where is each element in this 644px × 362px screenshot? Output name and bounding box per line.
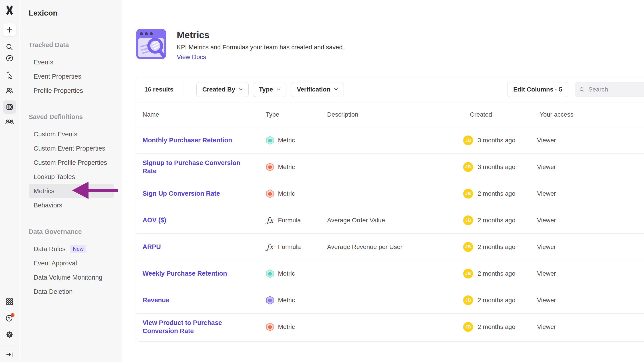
access-cell: Viewer [537,190,644,197]
metric-hexagon-red-icon [266,162,274,172]
sidebar-section: Tracked Data Events Event Properties Pro… [29,40,121,98]
sidebar-item-data-volume-monitoring[interactable]: Data Volume Monitoring [29,270,114,285]
created-cell: JB 2 months ago [463,295,537,305]
help-icon[interactable]: ? [3,311,16,325]
sidebar-section-label: Tracked Data [29,40,121,49]
table-row: Sign Up Conversion Rate Metric JB 2 mont… [136,180,644,207]
sidebar-item-event-approval[interactable]: Event Approval [29,256,114,270]
metric-name-link[interactable]: Monthly Purchaser Retention [142,137,232,144]
users-icon[interactable] [3,84,16,97]
type-label: Metric [278,164,295,171]
search-input[interactable] [588,86,644,93]
created-cell: JB 2 months ago [463,189,537,198]
results-count: 16 results [144,86,174,93]
metric-name-link[interactable]: Sign Up Conversion Rate [142,190,220,197]
metric-hexagon-red-icon [266,189,274,198]
formula-icon: ƒx [266,242,274,252]
formula-icon: ƒx [266,216,274,225]
creator-avatar: JB [463,295,473,305]
sidebar-item-behaviors[interactable]: Behaviors [29,198,114,212]
created-time: 2 months ago [478,297,516,304]
access-cell: Viewer [537,323,644,331]
filter-verification[interactable]: Verification [291,82,344,97]
sidebar-item-lookup-tables[interactable]: Lookup Tables [29,170,114,184]
settings-gear-icon[interactable] [3,328,16,341]
search-box[interactable] [574,82,644,97]
creator-avatar: JB [463,189,473,198]
table-row: AOV ($) ƒx Formula Average Order Value J… [136,207,644,234]
view-docs-link[interactable]: View Docs [177,53,206,61]
sidebar-item-custom-events[interactable]: Custom Events [29,127,114,141]
access-cell: Viewer [537,217,644,224]
metric-name-link[interactable]: Revenue [142,297,170,304]
app-title: Lexicon [20,0,121,17]
type-label: Metric [278,190,295,197]
cohorts-icon[interactable] [3,115,16,128]
toolbar-divider [184,83,184,96]
sidebar-item-custom-event-properties[interactable]: Custom Event Properties [29,141,114,156]
filter-type[interactable]: Type [253,82,286,97]
type-label: Metric [278,270,295,277]
sidebar: Lexicon Tracked Data Events Event Proper… [20,0,122,362]
type-label: Metric [278,323,295,331]
main-content: Metrics KPI Metrics and Formulas your te… [122,0,644,362]
metric-name-link[interactable]: View Product to Purchase Conversion Rate [142,319,222,335]
mixpanel-logo-icon[interactable] [3,3,16,17]
new-badge: New [70,245,86,253]
icon-rail: ? [0,0,19,362]
metric-hexagon-teal-icon [266,136,274,145]
sidebar-item-event-properties[interactable]: Event Properties [29,69,114,83]
metric-name-link[interactable]: ARPU [142,243,161,250]
created-cell: JB 2 months ago [463,242,537,252]
created-cell: JB 2 months ago [463,322,537,332]
created-cell: JB 3 months ago [463,136,537,145]
column-header-your-access: Your access [537,111,644,118]
created-time: 2 months ago [478,190,516,197]
lexicon-icon[interactable] [3,100,16,114]
collapse-sidebar-icon[interactable] [3,348,16,361]
sidebar-item-profile-properties[interactable]: Profile Properties [29,83,114,98]
notification-dot [11,313,14,317]
created-time: 3 months ago [478,164,516,171]
sidebar-item-events[interactable]: Events [29,55,114,69]
metric-name-link[interactable]: Weekly Purchase Retention [142,270,227,277]
activity-icon[interactable] [3,68,16,82]
access-cell: Viewer [537,297,644,304]
search-icon [579,86,585,93]
type-label: Metric [278,137,295,144]
type-label: Formula [278,217,301,224]
apps-grid-icon[interactable] [3,295,16,308]
discover-icon[interactable] [3,51,16,65]
type-label: Metric [278,297,295,304]
creator-avatar: JB [463,162,473,172]
creator-avatar: JB [463,136,473,145]
chevron-down-icon [277,88,280,91]
created-cell: JB 2 months ago [463,269,537,279]
sidebar-item-data-rules[interactable]: Data RulesNew [29,242,114,256]
metric-name-link[interactable]: Signup to Purchase Conversion Rate [142,159,240,175]
access-cell: Viewer [537,137,644,144]
creator-avatar: JB [463,215,473,225]
sidebar-item-custom-profile-properties[interactable]: Custom Profile Properties [29,156,114,170]
access-cell: Viewer [537,243,644,250]
create-button[interactable] [3,23,16,36]
table-row: Signup to Purchase Conversion Rate Metri… [136,154,644,180]
table-header-row: NameTypeDescriptionCreatedYour access [136,102,644,127]
chevron-down-icon [334,88,338,91]
created-time: 3 months ago [478,137,516,144]
sidebar-item-metrics[interactable]: Metrics [29,184,114,198]
sidebar-item-data-deletion[interactable]: Data Deletion [29,285,114,299]
table-body: Monthly Purchaser Retention Metric JB 3 … [136,127,644,340]
lexicon-metrics-page: ? Lexicon Tracked Data Events Event Prop… [0,0,644,362]
table-row: Weekly Purchase Retention Metric JB 2 mo… [136,260,644,287]
table-row: Revenue Metric JB 2 months ago Viewer [136,287,644,314]
metric-name-link[interactable]: AOV ($) [142,216,166,224]
toolbar: 16 results Created ByTypeVerification Ed… [136,77,644,102]
table-row: ARPU ƒx Formula Average Revenue per User… [136,234,644,260]
chevron-down-icon [239,88,242,91]
access-cell: Viewer [537,270,644,277]
type-label: Formula [278,243,301,250]
filter-created-by[interactable]: Created By [196,82,248,97]
edit-columns-button[interactable]: Edit Columns · 5 [507,82,568,97]
page-title: Metrics [177,30,344,40]
